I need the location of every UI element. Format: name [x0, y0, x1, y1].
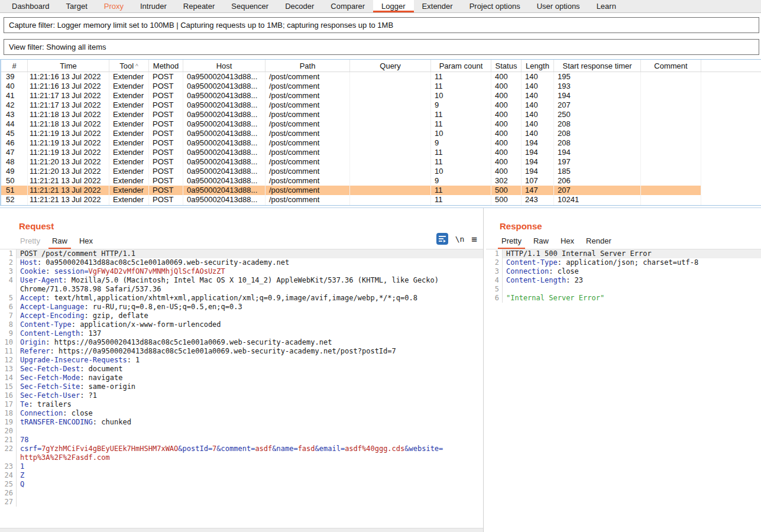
- tab-logger[interactable]: Logger: [373, 0, 413, 12]
- editor-line: 16Sec-Fetch-User: ?1: [0, 391, 483, 400]
- editor-line: Chrome/71.0.3578.98 Safari/537.36: [0, 285, 483, 294]
- tab-dashboard[interactable]: Dashboard: [4, 0, 58, 12]
- request-editor[interactable]: 1POST /post/comment HTTP/1.12Host: 0a950…: [0, 249, 483, 528]
- request-tab-pretty[interactable]: Pretty: [14, 235, 46, 249]
- cell-length: 140: [522, 129, 554, 138]
- cell-status: 400: [491, 82, 522, 91]
- table-row[interactable]: 4311:21:18 13 Jul 2022ExtenderPOST0a9500…: [1, 110, 761, 119]
- editor-line: 7Accept-Encoding: gzip, deflate: [0, 312, 483, 320]
- cell-host: 0a9500020413d88...: [183, 167, 265, 176]
- cell-comment: [641, 195, 701, 205]
- cell-comment: [641, 91, 701, 100]
- column-header-tool[interactable]: Tool^: [109, 60, 149, 72]
- line-number: 3: [0, 267, 17, 276]
- table-row[interactable]: 4211:21:17 13 Jul 2022ExtenderPOST0a9500…: [1, 100, 761, 110]
- tab-decoder[interactable]: Decoder: [277, 0, 322, 12]
- line-content: tRANSFER-ENCODING: chunked: [17, 418, 483, 427]
- column-header-param-count[interactable]: Param count: [431, 60, 491, 72]
- line-number: 12: [0, 356, 17, 365]
- cell-length: 107: [522, 176, 554, 186]
- table-row[interactable]: 4811:21:20 13 Jul 2022ExtenderPOST0a9500…: [1, 157, 761, 167]
- cell--: 43: [1, 110, 28, 119]
- cell-host: 0a9500020413d88...: [183, 100, 265, 110]
- tab-project-options[interactable]: Project options: [461, 0, 529, 12]
- line-content: Z: [17, 471, 483, 480]
- response-tab-raw[interactable]: Raw: [527, 235, 555, 249]
- editor-menu-icon[interactable]: ≡: [471, 233, 477, 245]
- table-row[interactable]: 5011:21:21 13 Jul 2022ExtenderPOST0a9500…: [1, 176, 761, 186]
- cell-length: 194: [522, 138, 554, 148]
- column-header--[interactable]: #: [1, 60, 28, 72]
- response-tab-render[interactable]: Render: [580, 235, 617, 249]
- request-editor-icons: \n ≡: [436, 233, 477, 245]
- column-header-comment[interactable]: Comment: [641, 60, 701, 72]
- request-horizontal-scrollbar[interactable]: [0, 528, 483, 532]
- column-header-host[interactable]: Host: [183, 60, 265, 72]
- cell-method: POST: [149, 195, 183, 205]
- response-tab-hex[interactable]: Hex: [555, 235, 580, 249]
- tab-intruder[interactable]: Intruder: [132, 0, 175, 12]
- tab-proxy[interactable]: Proxy: [96, 0, 132, 12]
- cell-start-response-timer: 207: [554, 186, 641, 195]
- tab-sequencer[interactable]: Sequencer: [223, 0, 277, 12]
- cell-time: 11:21:21 13 Jul 2022: [28, 186, 109, 195]
- line-content: Q: [17, 480, 483, 489]
- table-row[interactable]: 5111:21:21 13 Jul 2022ExtenderPOST0a9500…: [1, 186, 761, 195]
- response-panel: Response PrettyRawHexRender 1HTTP/1.1 50…: [486, 208, 761, 532]
- table-row[interactable]: 5211:21:21 13 Jul 2022ExtenderPOST0a9500…: [1, 195, 761, 205]
- tab-target[interactable]: Target: [58, 0, 96, 12]
- view-filter-bar[interactable]: View filter: Showing all items: [4, 39, 759, 55]
- cell--: 44: [1, 119, 28, 129]
- cell-tool: Extender: [109, 100, 149, 110]
- column-header-length[interactable]: Length: [522, 60, 554, 72]
- table-row[interactable]: 3911:21:16 13 Jul 2022ExtenderPOST0a9500…: [1, 72, 761, 82]
- column-header-method[interactable]: Method: [149, 60, 183, 72]
- request-tab-hex[interactable]: Hex: [73, 235, 99, 249]
- table-row[interactable]: 4411:21:18 13 Jul 2022ExtenderPOST0a9500…: [1, 119, 761, 129]
- cell-method: POST: [149, 148, 183, 157]
- cell-method: POST: [149, 167, 183, 176]
- word-wrap-icon[interactable]: [436, 233, 448, 245]
- response-editor[interactable]: 1HTTP/1.1 500 Internal Server Error2Cont…: [486, 249, 761, 532]
- table-row[interactable]: 4011:21:16 13 Jul 2022ExtenderPOST0a9500…: [1, 82, 761, 91]
- table-row[interactable]: 4111:21:17 13 Jul 2022ExtenderPOST0a9500…: [1, 91, 761, 100]
- column-header-start-response-timer[interactable]: Start response timer: [554, 60, 641, 72]
- capture-filter-bar[interactable]: Capture filter: Logger memory limit set …: [4, 17, 759, 33]
- line-content: Referer: https://0a9500020413d88ac08c5c1…: [17, 347, 483, 356]
- table-row[interactable]: 4511:21:19 13 Jul 2022ExtenderPOST0a9500…: [1, 129, 761, 138]
- cell--: 39: [1, 72, 28, 82]
- cell-start-response-timer: 206: [554, 176, 641, 186]
- cell-start-response-timer: 185: [554, 167, 641, 176]
- cell-param-count: 11: [431, 72, 491, 82]
- response-tab-pretty[interactable]: Pretty: [496, 235, 527, 249]
- column-header-time[interactable]: Time: [28, 60, 109, 72]
- table-row[interactable]: 4911:21:20 13 Jul 2022ExtenderPOST0a9500…: [1, 167, 761, 176]
- top-tab-bar: DashboardTargetProxyIntruderRepeaterSequ…: [0, 0, 761, 13]
- cell-path: /post/comment: [265, 186, 350, 195]
- line-number: 19: [0, 418, 17, 427]
- line-content: Sec-Fetch-Site: same-origin: [17, 382, 483, 391]
- line-number: 10: [0, 338, 17, 347]
- newline-toggle-icon[interactable]: \n: [455, 235, 465, 244]
- tab-repeater[interactable]: Repeater: [175, 0, 223, 12]
- cell-host: 0a9500020413d88...: [183, 129, 265, 138]
- tab-user-options[interactable]: User options: [529, 0, 588, 12]
- cell-query: [350, 195, 431, 205]
- column-header-query[interactable]: Query: [350, 60, 431, 72]
- request-tab-raw[interactable]: Raw: [46, 235, 73, 249]
- cell-query: [350, 176, 431, 186]
- cell-start-response-timer: 208: [554, 138, 641, 148]
- line-number: 20: [0, 427, 17, 436]
- tab-learn[interactable]: Learn: [588, 0, 624, 12]
- cell-param-count: 9: [431, 100, 491, 110]
- editor-line: 4User-Agent: Mozilla/5.0 (Macintosh; Int…: [0, 276, 483, 285]
- table-row[interactable]: 4611:21:19 13 Jul 2022ExtenderPOST0a9500…: [1, 138, 761, 148]
- cell-path: /post/comment: [265, 148, 350, 157]
- column-header-path[interactable]: Path: [265, 60, 350, 72]
- tab-comparer[interactable]: Comparer: [322, 0, 373, 12]
- cell-tool: Extender: [109, 167, 149, 176]
- column-header-status[interactable]: Status: [491, 60, 522, 72]
- table-row[interactable]: 4711:21:19 13 Jul 2022ExtenderPOST0a9500…: [1, 148, 761, 157]
- tab-extender[interactable]: Extender: [414, 0, 461, 12]
- line-number: 14: [0, 374, 17, 382]
